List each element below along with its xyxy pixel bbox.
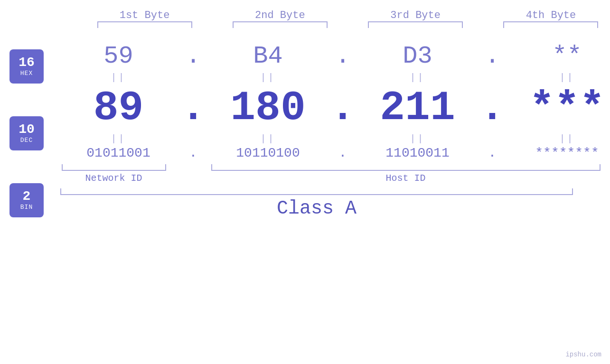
host-id-area: Host ID bbox=[198, 164, 610, 184]
dec-dot3: . bbox=[480, 84, 505, 131]
byte4-header: 4th Byte bbox=[492, 9, 610, 28]
eq2-b2: || bbox=[203, 133, 333, 144]
equals-row2: || || || || bbox=[48, 131, 610, 146]
host-id-bracket bbox=[211, 164, 601, 171]
byte4-bracket bbox=[503, 21, 598, 28]
hex-b1: 59 bbox=[103, 42, 133, 70]
eq1-b3: || bbox=[352, 72, 483, 83]
main-container: 1st Byte 2nd Byte 3rd Byte 4th Byte 16 H… bbox=[0, 0, 610, 364]
bin-b4: ******** bbox=[535, 146, 599, 160]
eq1-b1: || bbox=[53, 72, 184, 83]
byte3-bracket bbox=[368, 21, 463, 28]
bin-dot3: . bbox=[488, 146, 497, 160]
eq2-b1: || bbox=[53, 133, 184, 144]
bin-b1: 01011001 bbox=[86, 146, 150, 160]
class-bracket bbox=[60, 188, 573, 195]
bin-row: 01011001 . 10110100 . 11010011 bbox=[48, 146, 610, 160]
bin-badge: 2 BIN bbox=[9, 183, 44, 217]
bottom-brackets-area: Network ID Host ID bbox=[48, 164, 610, 184]
watermark: ipshu.com bbox=[565, 351, 601, 358]
byte2-bracket bbox=[233, 21, 328, 28]
hex-dot3: . bbox=[485, 42, 499, 70]
data-rows: 59 . B4 . D3 . bbox=[44, 33, 610, 219]
hex-dot2: . bbox=[335, 42, 350, 70]
dec-dot2: . bbox=[330, 84, 356, 131]
content-area: 16 HEX 10 DEC 2 BIN 59 bbox=[0, 33, 610, 219]
bin-b2: 10110100 bbox=[236, 146, 300, 160]
network-id-label: Network ID bbox=[85, 173, 142, 184]
hex-dot1: . bbox=[186, 42, 200, 70]
bin-dot2: . bbox=[339, 146, 347, 160]
eq1-b2: || bbox=[203, 72, 333, 83]
network-id-area: Network ID bbox=[48, 164, 179, 184]
byte3-header: 3rd Byte bbox=[357, 9, 475, 28]
bin-b3: 11010011 bbox=[385, 146, 449, 160]
eq2-b4: || bbox=[502, 133, 610, 144]
hex-b4: ** bbox=[552, 42, 582, 70]
dec-dot1: . bbox=[181, 84, 206, 131]
hex-badge: 16 HEX bbox=[9, 49, 44, 84]
class-area: Class A bbox=[48, 188, 585, 219]
class-label: Class A bbox=[277, 198, 357, 219]
dec-b3: 211 bbox=[380, 84, 455, 131]
dec-b2: 180 bbox=[230, 84, 305, 131]
bin-dot1: . bbox=[189, 146, 197, 160]
host-id-label: Host ID bbox=[385, 173, 425, 184]
eq1-b4: || bbox=[502, 72, 610, 83]
hex-row: 59 . B4 . D3 . bbox=[48, 42, 610, 70]
byte1-header: 1st Byte bbox=[85, 9, 204, 28]
eq2-b3: || bbox=[352, 133, 483, 144]
dec-b4: *** bbox=[529, 84, 604, 131]
hex-b2: B4 bbox=[253, 42, 282, 70]
byte2-header: 2nd Byte bbox=[221, 9, 339, 28]
dec-badge: 10 DEC bbox=[9, 116, 44, 150]
equals-row1: || || || || bbox=[48, 70, 610, 84]
badges-column: 16 HEX 10 DEC 2 BIN bbox=[0, 33, 44, 219]
dec-b1: 89 bbox=[94, 84, 144, 131]
hex-b3: D3 bbox=[403, 42, 432, 70]
dec-row: 89 . 180 . 211 . bbox=[48, 84, 610, 131]
byte1-bracket bbox=[97, 21, 192, 28]
network-id-bracket bbox=[62, 164, 166, 171]
